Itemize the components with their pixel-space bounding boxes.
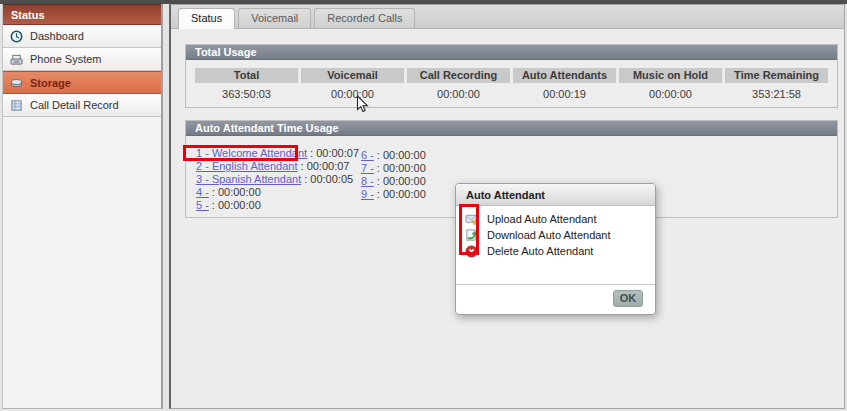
sidebar-item-label: Dashboard [30, 30, 84, 42]
total-usage-section: Total Usage Total Voicemail Call Recordi… [185, 44, 838, 108]
attendant-time: : 00:00:00 [377, 175, 426, 187]
disk-icon [10, 76, 23, 89]
attendant-row: 6 -: 00:00:00 [361, 149, 426, 162]
usage-value-auto-attendants: 00:00:19 [513, 88, 616, 101]
attendant-link-8[interactable]: 8 - [361, 175, 374, 187]
attendant-row: 8 -: 00:00:00 [361, 175, 426, 188]
attendant-list-column-2: 6 -: 00:00:00 7 -: 00:00:00 8 -: 00:00:0… [361, 149, 426, 201]
usage-value-call-recording: 00:00:00 [407, 88, 510, 101]
total-usage-title: Total Usage [186, 45, 837, 60]
usage-value-total: 363:50:03 [195, 88, 298, 101]
auto-attendant-dialog: Auto Attendant Upload Auto Attendant Dow… [455, 183, 656, 315]
delete-icon [465, 245, 478, 258]
attendant-link-4[interactable]: 4 - [196, 186, 209, 198]
tab-status[interactable]: Status [178, 8, 235, 29]
sidebar-item-call-detail-record[interactable]: Call Detail Record [3, 94, 161, 117]
usage-value-voicemail: 00:00:00 [301, 88, 404, 101]
usage-value-music-on-hold: 00:00:00 [619, 88, 722, 101]
attendant-row: 2 - English Attendant: 00:00:07 [196, 160, 359, 173]
column-header: Time Remaining [725, 68, 828, 83]
attendant-row: 1 - Welcome Attendant: 00:00:07 [196, 147, 359, 160]
usage-value-time-remaining: 353:21:58 [725, 88, 828, 101]
dialog-item-label: Delete Auto Attendant [487, 245, 593, 257]
tab-voicemail[interactable]: Voicemail [238, 8, 311, 28]
sidebar-header: Status [3, 4, 161, 25]
ok-button[interactable]: OK [613, 290, 643, 307]
attendant-time: : 00:00:00 [212, 186, 261, 198]
attendant-time: : 00:00:07 [301, 160, 350, 172]
upload-icon [465, 213, 478, 226]
phone-icon [10, 53, 23, 66]
attendant-time: : 00:00:00 [377, 149, 426, 161]
sidebar: Status Dashboard Phone System Storage Ca… [2, 4, 163, 409]
attendant-row: 7 -: 00:00:00 [361, 162, 426, 175]
dialog-body: Upload Auto Attendant Download Auto Atte… [456, 206, 655, 259]
attendant-time: : 00:00:07 [310, 147, 359, 159]
attendant-link-5[interactable]: 5 - [196, 199, 209, 211]
column-header: Call Recording [407, 68, 510, 83]
column-header: Voicemail [301, 68, 404, 83]
total-usage-table: Total Voicemail Call Recording Auto Atte… [195, 68, 828, 101]
attendant-usage-title: Auto Attendant Time Usage [186, 121, 837, 136]
download-auto-attendant-item[interactable]: Download Auto Attendant [456, 227, 655, 243]
sidebar-item-storage[interactable]: Storage [3, 71, 161, 94]
attendant-link-9[interactable]: 9 - [361, 188, 374, 200]
attendant-link-7[interactable]: 7 - [361, 162, 374, 174]
dialog-separator [456, 284, 655, 285]
attendant-link-6[interactable]: 6 - [361, 149, 374, 161]
column-header: Total [195, 68, 298, 83]
dialog-title: Auto Attendant [456, 184, 655, 206]
dialog-item-label: Upload Auto Attendant [487, 213, 596, 225]
attendant-row: 3 - Spanish Attendant: 00:00:05 [196, 173, 359, 186]
sidebar-item-phone-system[interactable]: Phone System [3, 48, 161, 71]
attendant-row: 9 -: 00:00:00 [361, 188, 426, 201]
attendant-link-3[interactable]: 3 - Spanish Attendant [196, 173, 301, 185]
tab-bar: Status Voicemail Recorded Calls [171, 5, 844, 29]
upload-auto-attendant-item[interactable]: Upload Auto Attendant [456, 211, 655, 227]
attendant-row: 5 -: 00:00:00 [196, 199, 359, 212]
delete-auto-attendant-item[interactable]: Delete Auto Attendant [456, 243, 655, 259]
attendant-list-column-1: 1 - Welcome Attendant: 00:00:07 2 - Engl… [196, 147, 359, 212]
attendant-time: : 00:00:00 [377, 162, 426, 174]
tab-recorded-calls[interactable]: Recorded Calls [314, 8, 415, 28]
dialog-item-label: Download Auto Attendant [487, 229, 611, 241]
attendant-link-2[interactable]: 2 - English Attendant [196, 160, 298, 172]
sidebar-item-dashboard[interactable]: Dashboard [3, 25, 161, 48]
table-icon [10, 99, 23, 112]
attendant-row: 4 -: 00:00:00 [196, 186, 359, 199]
column-header: Auto Attendants [513, 68, 616, 83]
attendant-time: : 00:00:05 [304, 173, 353, 185]
attendant-link-1[interactable]: 1 - Welcome Attendant [196, 147, 307, 159]
column-header: Music on Hold [619, 68, 722, 83]
attendant-time: : 00:00:00 [377, 188, 426, 200]
sidebar-item-label: Storage [30, 77, 71, 89]
download-icon [465, 229, 478, 242]
sidebar-item-label: Phone System [30, 53, 102, 65]
clock-icon [10, 30, 23, 43]
attendant-time: : 00:00:00 [212, 199, 261, 211]
sidebar-item-label: Call Detail Record [30, 99, 119, 111]
